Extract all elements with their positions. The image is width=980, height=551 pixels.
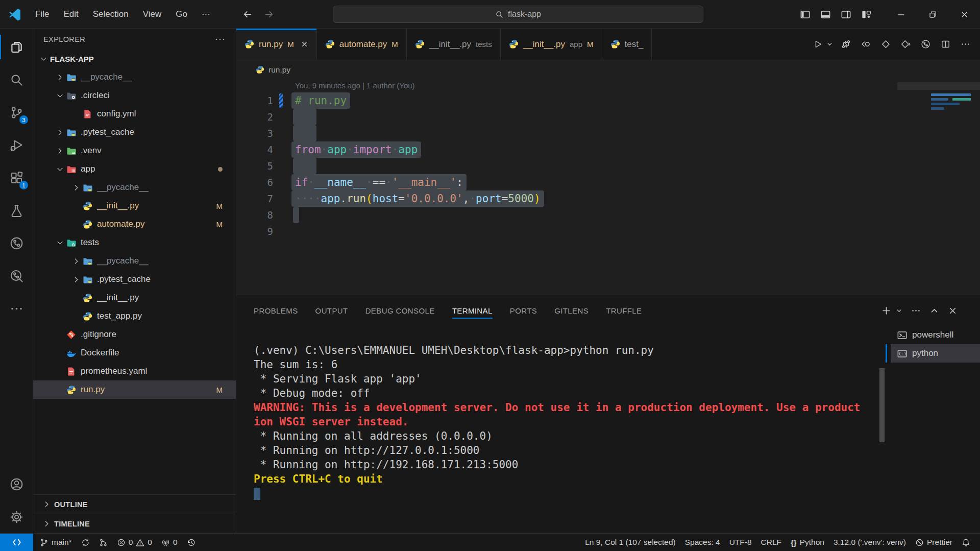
- status-language-mode[interactable]: {}Python: [786, 534, 829, 551]
- panel-tab-terminal[interactable]: TERMINAL: [452, 295, 493, 326]
- previous-change-button[interactable]: [878, 37, 893, 52]
- terminal-scrollbar[interactable]: [879, 368, 885, 442]
- section-timeline[interactable]: TIMELINE: [33, 514, 236, 533]
- maximize-panel-button[interactable]: [929, 306, 939, 316]
- code-line-2[interactable]: 2: [236, 109, 980, 125]
- layout-panel-icon[interactable]: [820, 9, 831, 20]
- code-line-3[interactable]: 3: [236, 125, 980, 141]
- tree-item-__init__.py[interactable]: __init__.pyM: [33, 197, 236, 215]
- panel-tab-gitlens[interactable]: GITLENS: [554, 295, 589, 326]
- activity-gitlens-inspect[interactable]: [0, 259, 33, 292]
- status-git-branch[interactable]: main*: [35, 534, 77, 551]
- status-notifications[interactable]: [957, 534, 975, 551]
- tab-test_[interactable]: test_: [602, 29, 652, 60]
- status-encoding[interactable]: UTF-8: [725, 534, 756, 551]
- status-indentation[interactable]: Spaces: 4: [680, 534, 725, 551]
- tab-run.py[interactable]: run.pyM: [236, 29, 317, 60]
- terminal-profile-dropdown-button[interactable]: [900, 307, 902, 314]
- tab-__init__.py[interactable]: __init__.pytests: [407, 29, 501, 60]
- section-outline[interactable]: OUTLINE: [33, 494, 236, 514]
- tree-item-prometheus.yaml[interactable]: prometheus.yaml: [33, 362, 236, 380]
- code-line-5[interactable]: 5: [236, 158, 980, 174]
- activity-testing[interactable]: [0, 194, 33, 227]
- restore-button[interactable]: [917, 0, 948, 29]
- run-python-file-button[interactable]: [810, 37, 825, 52]
- activity-accounts[interactable]: [0, 468, 33, 500]
- gitlens-graph-button[interactable]: [918, 37, 933, 52]
- tab-automate.py[interactable]: automate.pyM: [317, 29, 407, 60]
- tab-__init__.py[interactable]: __init__.pyappM: [501, 29, 602, 60]
- open-changes-button[interactable]: [838, 37, 853, 52]
- tree-item-FLASK-APP[interactable]: FLASK-APP: [33, 50, 236, 68]
- activity-run-and-debug[interactable]: [0, 129, 33, 161]
- breadcrumb[interactable]: run.py: [236, 60, 980, 79]
- next-change-button[interactable]: [898, 37, 913, 52]
- menu-go[interactable]: Go: [169, 7, 194, 22]
- status-cursor-position[interactable]: Ln 9, Col 1 (107 selected): [580, 534, 680, 551]
- activity-explorer[interactable]: [0, 31, 33, 63]
- close-panel-button[interactable]: [948, 306, 958, 316]
- menu-selection[interactable]: Selection: [86, 7, 135, 22]
- remote-indicator[interactable]: [0, 534, 33, 551]
- tree-item-tests[interactable]: tests: [33, 233, 236, 252]
- code-line-4[interactable]: 4from·app·import·app: [236, 141, 980, 158]
- tree-item-run.py[interactable]: run.pyM: [33, 380, 236, 399]
- terminal-instance-python[interactable]: C:\python: [891, 344, 980, 363]
- tree-item-test_app.py[interactable]: test_app.py: [33, 307, 236, 325]
- tree-item-config.yml[interactable]: config.yml: [33, 105, 236, 123]
- tree-item-__pycache__[interactable]: __pycache__: [33, 68, 236, 86]
- menu-file[interactable]: File: [29, 7, 56, 22]
- go-back-icon[interactable]: [242, 9, 253, 19]
- tree-item-.pytest_cache[interactable]: .pytest_cache: [33, 270, 236, 289]
- panel-tab-problems[interactable]: PROBLEMS: [254, 295, 298, 326]
- code-line-1[interactable]: 1# run.py: [236, 92, 980, 109]
- status-python-interpreter[interactable]: 3.12.0 ('.venv': venv): [829, 534, 911, 551]
- tree-item-.gitignore[interactable]: .gitignore: [33, 325, 236, 344]
- minimap[interactable]: [897, 81, 980, 183]
- minimize-button[interactable]: [885, 0, 917, 29]
- panel-tab-ports[interactable]: PORTS: [510, 295, 537, 326]
- activity-extensions[interactable]: 1: [0, 161, 33, 194]
- activity-search[interactable]: [0, 63, 33, 96]
- command-center-search[interactable]: flask-app: [333, 6, 703, 23]
- run-dropdown-button[interactable]: [825, 37, 834, 52]
- tree-item-.pytest_cache[interactable]: .pytest_cache: [33, 123, 236, 141]
- tree-item-__init__.py[interactable]: __init__.py: [33, 289, 236, 307]
- panel-tab-output[interactable]: OUTPUT: [315, 295, 348, 326]
- panel-tab-truffle[interactable]: TRUFFLE: [606, 295, 642, 326]
- terminal[interactable]: (.venv) C:\Users\EMMANUEL UMEH\Desktop\f…: [236, 326, 879, 533]
- close-tab-icon[interactable]: [301, 40, 308, 48]
- code-line-8[interactable]: 8: [236, 207, 980, 223]
- code-line-7[interactable]: 7····app.run(host='0.0.0.0',·port=5000): [236, 190, 980, 207]
- close-button[interactable]: [948, 0, 980, 29]
- menu-view[interactable]: View: [136, 7, 168, 22]
- menu-[interactable]: ···: [195, 7, 217, 22]
- code-line-9[interactable]: 9: [236, 223, 980, 239]
- tree-item-automate.py[interactable]: automate.pyM: [33, 215, 236, 233]
- tree-item-app[interactable]: app: [33, 160, 236, 178]
- menu-edit[interactable]: Edit: [57, 7, 85, 22]
- status-history[interactable]: [182, 534, 200, 551]
- code-editor[interactable]: You, 9 minutes ago | 1 author (You) 1# r…: [236, 79, 980, 295]
- layout-sidebar-right-icon[interactable]: [841, 9, 851, 20]
- status-forwarded-ports[interactable]: 0: [157, 534, 182, 551]
- explorer-more-actions-icon[interactable]: ···: [215, 34, 226, 44]
- split-editor-button[interactable]: [938, 37, 953, 52]
- status-sync-changes[interactable]: [77, 534, 94, 551]
- terminal-instance-powershell[interactable]: powershell: [891, 326, 980, 344]
- go-forward-icon[interactable]: [264, 9, 274, 19]
- tree-item-.venv[interactable]: .venv: [33, 141, 236, 160]
- tree-item-.circleci[interactable]: .circleci: [33, 86, 236, 105]
- layout-custom-icon[interactable]: [861, 9, 872, 20]
- open-previous-revision-button[interactable]: [858, 37, 873, 52]
- activity-source-control[interactable]: 3: [0, 96, 33, 129]
- tree-item-__pycache__[interactable]: __pycache__: [33, 252, 236, 270]
- more-actions-button[interactable]: [958, 37, 973, 52]
- activity-settings[interactable]: [0, 500, 33, 533]
- tree-item-Dockerfile[interactable]: Dockerfile: [33, 344, 236, 362]
- activity-additional-views[interactable]: [0, 292, 33, 325]
- tree-item-__pycache__[interactable]: __pycache__: [33, 178, 236, 197]
- layout-sidebar-left-icon[interactable]: [800, 9, 811, 20]
- status-prettier[interactable]: Prettier: [911, 534, 957, 551]
- status-git-graph[interactable]: [94, 534, 112, 551]
